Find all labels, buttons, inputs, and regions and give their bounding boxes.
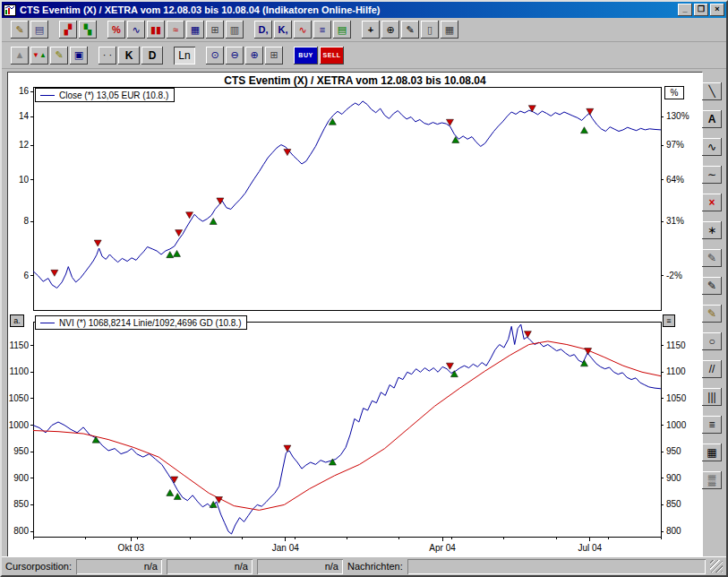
x-axis-label: Apr 04 [429, 543, 456, 553]
y-axis-right-label: 1100 [666, 366, 686, 376]
toolbar-separator [197, 47, 204, 65]
delete-tool[interactable]: × [702, 194, 722, 211]
signal-triangles-icon-part: ▼ [32, 52, 39, 59]
messages-label: Nachrichten: [347, 561, 403, 572]
window-layout-icon[interactable]: ▣ [70, 47, 88, 65]
maximize-button[interactable]: ❐ [694, 4, 708, 16]
toolbar-separator [285, 47, 292, 65]
zoom-in-icon[interactable]: ⊕ [245, 47, 263, 65]
y-axis-right-label: -2% [666, 271, 682, 280]
indicator-icon[interactable]: ≈ [167, 21, 184, 39]
nvi-legend-text: NVI (*) 1068,8214 Linie/1092,4696 GD (10… [59, 318, 241, 328]
percent-unit-box: % [664, 86, 684, 99]
interval-k-icon[interactable]: K, [274, 21, 292, 39]
vertical-hatch-tool[interactable]: ||| [702, 388, 722, 406]
signal-triangles-icon[interactable]: ▼▲ [30, 47, 48, 65]
interval-d-icon[interactable]: D, [254, 21, 272, 39]
zoom-out-icon[interactable]: ⊖ [226, 47, 244, 65]
hatch-pencil-tool[interactable]: ✎ [702, 249, 722, 267]
sell-marker-button[interactable]: SELL [320, 47, 344, 65]
y-axis-right-label: 800 [666, 526, 681, 536]
line-chart-icon[interactable]: ∿ [127, 21, 145, 39]
histogram-icon[interactable]: ▮▮ [147, 21, 165, 39]
zigzag-icon[interactable]: ∿ [294, 21, 312, 39]
drawing-tool-palette: ╲A∿∼×∗✎✎✎○//|||≡▦▒ [701, 82, 723, 489]
cursor-field-2: n/a [167, 559, 253, 574]
chart-panel: 6810121416130%97%64%31%-2%80085090095010… [7, 72, 703, 558]
y-axis-right-label: 1150 [666, 340, 686, 350]
horizontal-hatch-tool[interactable]: ≡ [702, 416, 722, 434]
copy-chart-icon[interactable]: ▤ [30, 21, 48, 39]
y-axis-right-label: 31% [666, 216, 684, 226]
zoom-area-icon[interactable]: ⊞ [265, 47, 283, 65]
quote-list-icon[interactable]: ▞ [59, 21, 77, 39]
portfolio-icon[interactable]: ▚ [79, 21, 97, 39]
candle-chart-button[interactable]: K [118, 47, 140, 65]
y-axis-left-label: 12 [19, 140, 30, 150]
y-axis-right-label: 130% [666, 111, 689, 121]
text-tool[interactable]: A [702, 110, 722, 128]
trendline-tool[interactable]: ╲ [702, 82, 722, 100]
minimize-button[interactable]: _ [678, 4, 692, 16]
cursor-field-3: n/a [257, 559, 343, 574]
y-axis-right-label: 1000 [666, 420, 687, 430]
nvi-line-sample [40, 323, 55, 323]
dotted-line-icon[interactable]: · · [98, 47, 116, 65]
indicator-pane-label[interactable]: a. [10, 314, 24, 327]
ellipse-tool[interactable]: ○ [702, 332, 722, 350]
draw-pencil-icon[interactable]: ✎ [401, 21, 419, 39]
price-legend-text: Close (*) 13,05 EUR (10.8.) [59, 90, 168, 100]
percent-compare-icon[interactable]: % [107, 21, 125, 39]
window-title: CTS Eventim (X) / XETRA vom 12.08.03 bis… [20, 4, 676, 15]
crosshair-icon[interactable]: + [362, 21, 380, 39]
toolbar-chart: ▲▼▲✎▣· ·KDLn⊙⊖⊕⊞BUYSELL [2, 42, 726, 69]
print-icon[interactable]: ▥ [226, 21, 244, 39]
grid-hatch-tool[interactable]: ▦ [702, 444, 722, 461]
y-axis-left-label: 850 [13, 499, 29, 509]
y-axis-right-label: 1050 [666, 393, 687, 403]
toolbar-separator [353, 21, 360, 39]
x-axis-label: Jan 04 [272, 543, 299, 553]
title-bar: CTS Eventim (X) / XETRA vom 12.08.03 bis… [2, 2, 726, 18]
nvi-legend: NVI (*) 1068,8214 Linie/1092,4696 GD (10… [35, 315, 247, 330]
y-axis-left-label: 950 [13, 446, 29, 456]
cursor-position-label: Cursorposition: [5, 561, 72, 572]
y-axis-right-label: 900 [666, 473, 681, 483]
fan-lines-tool[interactable]: ∗ [702, 221, 722, 239]
pencil-tool[interactable]: ✎ [702, 277, 722, 295]
move-chart-icon[interactable]: ⊕ [381, 21, 399, 39]
marker-pencil-tool[interactable]: ✎ [702, 305, 722, 323]
chart-title: CTS Eventim (X) / XETRA vom 12.08.03 bis… [8, 74, 702, 87]
x-axis-label: Jul 04 [578, 543, 602, 553]
curve-tool[interactable]: ∼ [702, 166, 722, 184]
shade-pattern-tool[interactable]: ▒ [702, 471, 722, 489]
plot-frame-0 [33, 87, 661, 310]
chart-wizard-icon[interactable]: ✎ [11, 21, 29, 39]
pane-menu-button[interactable]: ≡ [663, 314, 675, 327]
grid-settings-icon[interactable]: ▦ [441, 21, 458, 39]
freehand-draw-icon[interactable]: ✎ [50, 47, 68, 65]
y-axis-left-label: 8 [23, 216, 29, 226]
buy-marker-button[interactable]: BUY [294, 47, 318, 65]
y-axis-left-label: 1100 [9, 366, 29, 376]
resize-grip[interactable] [710, 560, 723, 573]
signal-triangles-icon-part: ▲ [39, 52, 47, 59]
close-button[interactable]: × [710, 4, 724, 16]
y-axis-left-label: 900 [13, 473, 29, 483]
notes-icon[interactable]: ▯ [421, 21, 439, 39]
price-legend: Close (*) 13,05 EUR (10.8.) [35, 88, 175, 102]
y-axis-left-label: 1150 [9, 340, 29, 350]
wave-tool[interactable]: ∿ [702, 138, 722, 156]
diagonal-hatch-tool[interactable]: // [702, 360, 722, 378]
daily-chart-button[interactable]: D [141, 47, 163, 65]
list-view-icon[interactable]: ≡ [313, 21, 331, 39]
y-axis-left-label: 1050 [9, 393, 30, 403]
data-table-icon[interactable]: ▤ [333, 21, 351, 39]
export-icon[interactable]: ⊞ [206, 21, 224, 39]
y-axis-left-label: 10 [19, 175, 30, 185]
y-axis-left-label: 14 [19, 111, 30, 121]
table-icon[interactable]: ▦ [186, 21, 204, 39]
mountain-chart-icon[interactable]: ▲ [11, 47, 29, 65]
log-scale-button[interactable]: Ln [174, 47, 195, 65]
zoom-tool-icon[interactable]: ⊙ [206, 47, 224, 65]
